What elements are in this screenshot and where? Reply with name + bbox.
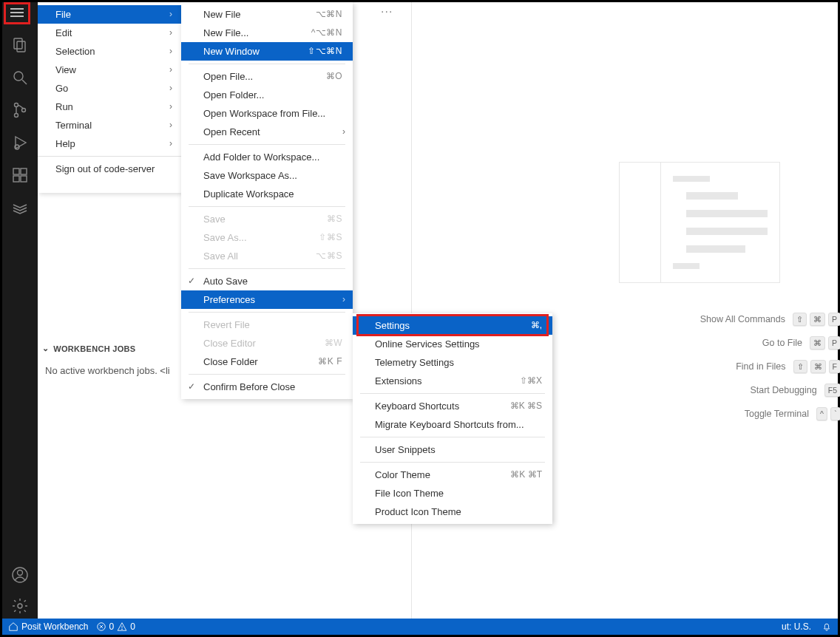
svg-rect-12 [21,176,27,182]
settings-gear-icon[interactable] [11,597,29,615]
file-new-file[interactable]: New File⌥⌘N [181,5,353,24]
menu-separator [189,64,345,64]
welcome-cmd-find-in-files[interactable]: Find in Files ⇧⌘F [604,360,840,373]
chevron-right-icon: › [169,42,172,61]
file-preferences[interactable]: Preferences› [181,290,353,309]
app-menu-view[interactable]: View› [38,61,181,79]
svg-rect-11 [13,176,19,182]
pref-telemetry[interactable]: Telemetry Settings [353,353,552,372]
file-close-folder[interactable]: Close Folder⌘K F [181,352,353,371]
app-menu: File› Edit› Selection› View› Go› Run› Te… [38,2,181,193]
editor-group-right: Show All Commands ⇧⌘P Go to File ⌘P Find… [412,2,838,619]
chevron-right-icon: › [169,98,172,116]
account-icon[interactable] [11,566,29,584]
file-auto-save[interactable]: ✓Auto Save [181,272,353,290]
file-new-file-ellipsis[interactable]: New File...^⌥⌘N [181,24,353,42]
pref-online-services[interactable]: Online Services Settings [353,335,552,353]
file-save-as: Save As...⇧⌘S [181,228,353,247]
svg-point-5 [15,114,18,117]
menu-separator [38,156,181,157]
file-add-folder[interactable]: Add Folder to Workspace... [181,148,353,166]
svg-rect-0 [14,38,22,49]
file-confirm-before-close[interactable]: ✓Confirm Before Close [181,378,353,396]
svg-point-4 [15,103,18,107]
chevron-right-icon: › [342,123,345,141]
menu-separator [189,312,345,313]
chevron-right-icon: › [169,79,172,98]
run-debug-icon[interactable] [11,134,29,151]
file-menu: New File⌥⌘N New File...^⌥⌘N New Window⇧⌥… [181,2,353,399]
app-menu-help[interactable]: Help› [38,134,181,153]
chevron-right-icon: › [342,290,345,309]
chevron-right-icon: › [169,134,172,153]
bell-icon [822,621,832,632]
preferences-menu: Settings⌘, Online Services Settings Tele… [353,313,552,524]
error-icon [96,621,106,632]
status-bar: Posit Workbench 0 0 ut: U.S. [2,619,838,635]
pref-settings[interactable]: Settings⌘, [353,316,552,335]
home-icon [8,621,18,632]
chevron-right-icon: › [169,24,172,42]
svg-marker-7 [16,137,26,149]
menu-separator [360,462,545,463]
menu-separator [360,437,545,437]
welcome-cmd-show-all[interactable]: Show All Commands ⇧⌘P [604,313,840,326]
file-save: Save⌘S [181,210,353,228]
menu-separator [189,268,345,269]
activity-bar [2,2,38,621]
status-bell[interactable] [822,621,832,632]
file-save-workspace-as[interactable]: Save Workspace As... [181,166,353,185]
chevron-down-icon: ⌄ [42,344,49,353]
extensions-icon[interactable] [11,166,29,184]
welcome-illustration [619,162,780,283]
hamburger-menu-button[interactable] [10,6,24,19]
pref-color-theme[interactable]: Color Theme⌘K ⌘T [353,466,552,484]
menu-separator [189,144,345,145]
pref-file-icon-theme[interactable]: File Icon Theme [353,484,552,503]
app-menu-file[interactable]: File› [38,5,181,24]
app-menu-run[interactable]: Run› [38,98,181,116]
pref-keyboard-shortcuts[interactable]: Keyboard Shortcuts⌘K ⌘S [353,397,552,415]
pref-product-icon-theme[interactable]: Product Icon Theme [353,503,552,521]
file-new-window[interactable]: New Window⇧⌥⌘N [181,42,353,61]
posit-icon[interactable] [11,199,29,217]
menu-separator [360,393,545,394]
chevron-right-icon: › [169,116,172,134]
explorer-icon[interactable] [11,36,29,54]
workbench-jobs-header[interactable]: ⌄ WORKBENCH JOBS [38,339,181,358]
app-menu-edit[interactable]: Edit› [38,24,181,42]
source-control-icon[interactable] [11,101,29,119]
pref-user-snippets[interactable]: User Snippets [353,440,552,459]
app-menu-terminal[interactable]: Terminal› [38,116,181,134]
pref-extensions[interactable]: Extensions⇧⌘X [353,372,552,390]
file-open-workspace[interactable]: Open Workspace from File... [181,104,353,123]
pref-migrate-shortcuts[interactable]: Migrate Keyboard Shortcuts from... [353,415,552,434]
chevron-right-icon: › [169,61,172,79]
welcome-cmd-toggle-terminal[interactable]: Toggle Terminal ^` [604,407,840,420]
menu-separator [189,374,345,375]
file-open-folder[interactable]: Open Folder... [181,86,353,104]
svg-rect-1 [17,41,25,52]
status-home[interactable]: Posit Workbench [8,621,89,632]
check-icon: ✓ [188,378,195,396]
welcome-cmd-start-debugging[interactable]: Start Debugging F5 [604,384,840,397]
check-icon: ✓ [188,272,195,290]
menu-separator [189,206,345,207]
svg-point-20 [122,629,123,630]
welcome-cmd-go-to-file[interactable]: Go to File ⌘P [604,336,840,350]
file-duplicate-workspace[interactable]: Duplicate Workspace [181,185,353,203]
file-open-file[interactable]: Open File...⌘O [181,67,353,86]
chevron-right-icon: › [169,5,172,24]
svg-point-6 [22,109,26,112]
editor-group-more-button[interactable]: ··· [381,5,393,18]
svg-rect-9 [13,168,19,174]
app-menu-sign-out[interactable]: Sign out of code-server [38,160,181,178]
search-icon[interactable] [11,69,29,86]
app-menu-selection[interactable]: Selection› [38,42,181,61]
app-menu-go[interactable]: Go› [38,79,181,98]
file-open-recent[interactable]: Open Recent› [181,123,353,141]
warning-icon [117,621,127,632]
svg-point-2 [14,72,23,81]
status-problems[interactable]: 0 0 [96,621,135,632]
status-layout[interactable]: ut: U.S. [782,621,811,632]
